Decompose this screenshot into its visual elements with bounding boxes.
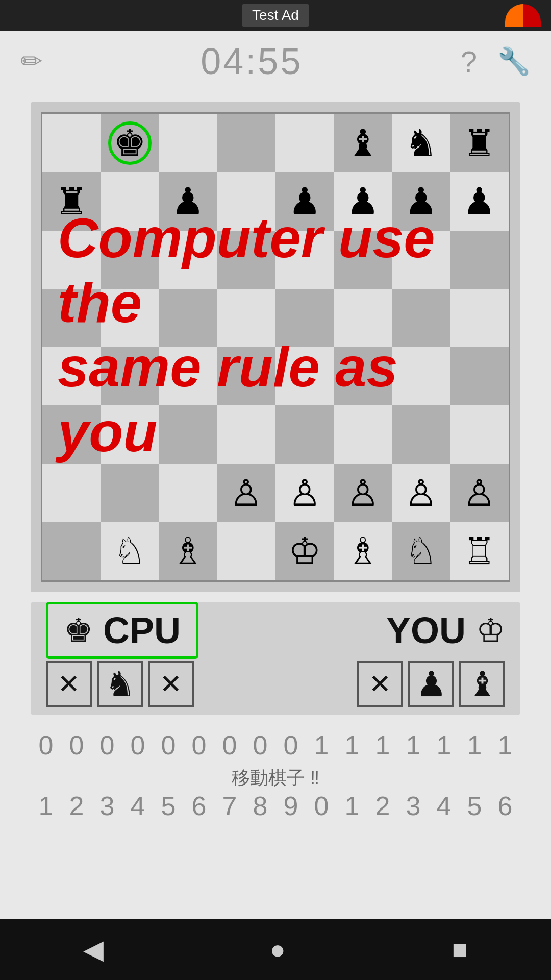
cell-3-3[interactable]: [217, 289, 276, 347]
cell-7-1[interactable]: ♘: [101, 522, 159, 580]
home-button[interactable]: ●: [270, 934, 286, 965]
cell-5-2[interactable]: [159, 405, 217, 463]
scale-top-12: 1: [398, 730, 429, 761]
help-icon[interactable]: ?: [461, 44, 477, 79]
cell-5-6[interactable]: [392, 405, 450, 463]
piece-7-2: ♗: [171, 530, 205, 573]
cell-1-4[interactable]: ♟: [276, 172, 334, 230]
scale-top-11: 1: [367, 730, 398, 761]
chess-board[interactable]: Computer use the same rule as you ♚♝♞♜♜♟…: [41, 112, 510, 582]
wrench-icon[interactable]: 🔧: [497, 46, 531, 77]
cell-3-0[interactable]: [42, 289, 101, 347]
piece-1-4: ♟: [288, 180, 321, 223]
cell-1-7[interactable]: ♟: [450, 172, 509, 230]
cell-6-5[interactable]: ♙: [334, 464, 392, 522]
cell-5-5[interactable]: [334, 405, 392, 463]
you-captured: ✕ ♟ ♝: [357, 661, 505, 707]
cell-2-2[interactable]: [159, 231, 217, 289]
cpu-cap-2: ♞: [97, 661, 143, 707]
cell-7-5[interactable]: ♗: [334, 522, 392, 580]
cell-6-7[interactable]: ♙: [450, 464, 509, 522]
cell-1-0[interactable]: ♜: [42, 172, 101, 230]
piece-7-7: ♖: [463, 530, 496, 573]
cell-2-5[interactable]: [334, 231, 392, 289]
cell-0-0[interactable]: [42, 114, 101, 172]
cell-7-4[interactable]: ♔: [276, 522, 334, 580]
cell-3-7[interactable]: [450, 289, 509, 347]
cell-4-2[interactable]: [159, 347, 217, 405]
scale-top-3: 0: [122, 730, 153, 761]
cell-6-4[interactable]: ♙: [276, 464, 334, 522]
cell-0-4[interactable]: [276, 114, 334, 172]
cell-6-1[interactable]: [101, 464, 159, 522]
cell-6-2[interactable]: [159, 464, 217, 522]
cell-1-3[interactable]: [217, 172, 276, 230]
you-label: YOU: [386, 609, 466, 651]
cell-3-6[interactable]: [392, 289, 450, 347]
cell-1-2[interactable]: ♟: [159, 172, 217, 230]
cell-7-3[interactable]: [217, 522, 276, 580]
cell-4-6[interactable]: [392, 347, 450, 405]
cell-2-3[interactable]: [217, 231, 276, 289]
piece-0-7: ♜: [463, 121, 496, 164]
cell-3-4[interactable]: [276, 289, 334, 347]
move-label: 移動棋子 ‼: [232, 766, 319, 791]
cell-4-0[interactable]: [42, 347, 101, 405]
scale-bottom-14: 5: [459, 791, 490, 821]
piece-6-3: ♙: [230, 472, 263, 514]
scale-top-1: 0: [61, 730, 92, 761]
scale-bottom-7: 8: [245, 791, 276, 821]
nav-bar: ◀ ● ■: [0, 919, 551, 980]
cell-1-1[interactable]: [101, 172, 159, 230]
cell-2-4[interactable]: [276, 231, 334, 289]
cell-6-6[interactable]: ♙: [392, 464, 450, 522]
timer: 04:55: [201, 40, 303, 82]
cell-2-1[interactable]: [101, 231, 159, 289]
scale-bottom-4: 5: [153, 791, 184, 821]
cell-3-1[interactable]: [101, 289, 159, 347]
cell-2-6[interactable]: [392, 231, 450, 289]
cell-2-7[interactable]: [450, 231, 509, 289]
cell-5-7[interactable]: [450, 405, 509, 463]
cell-6-3[interactable]: ♙: [217, 464, 276, 522]
cell-2-0[interactable]: [42, 231, 101, 289]
cell-7-0[interactable]: [42, 522, 101, 580]
you-cap-3: ♝: [459, 661, 505, 707]
cell-1-5[interactable]: ♟: [334, 172, 392, 230]
cell-7-7[interactable]: ♖: [450, 522, 509, 580]
cell-0-6[interactable]: ♞: [392, 114, 450, 172]
cell-4-1[interactable]: [101, 347, 159, 405]
cell-0-1[interactable]: ♚: [101, 114, 159, 172]
ad-label[interactable]: Test Ad: [242, 4, 309, 27]
score-panel: ♚ CPU YOU ♔ ✕ ♞ ✕ ✕ ♟ ♝: [31, 602, 520, 715]
cell-4-3[interactable]: [217, 347, 276, 405]
scale-top-4: 0: [153, 730, 184, 761]
cell-5-3[interactable]: [217, 405, 276, 463]
scale-top-6: 0: [214, 730, 245, 761]
cell-6-0[interactable]: [42, 464, 101, 522]
cell-4-7[interactable]: [450, 347, 509, 405]
cell-1-6[interactable]: ♟: [392, 172, 450, 230]
cell-4-5[interactable]: [334, 347, 392, 405]
cell-0-7[interactable]: ♜: [450, 114, 509, 172]
back-button[interactable]: ◀: [83, 934, 104, 965]
cell-3-5[interactable]: [334, 289, 392, 347]
scale-top-row: 0000000001111111: [31, 730, 520, 761]
piece-1-5: ♟: [346, 180, 380, 223]
cell-0-5[interactable]: ♝: [334, 114, 392, 172]
edit-icon[interactable]: ✏: [20, 46, 43, 77]
cell-0-3[interactable]: [217, 114, 276, 172]
piece-1-7: ♟: [463, 180, 496, 223]
cell-7-2[interactable]: ♗: [159, 522, 217, 580]
chess-board-container: Computer use the same rule as you ♚♝♞♜♜♟…: [31, 102, 520, 592]
square-button[interactable]: ■: [452, 934, 468, 965]
cell-5-4[interactable]: [276, 405, 334, 463]
scale-bottom-15: 6: [490, 791, 520, 821]
cell-7-6[interactable]: ♘: [392, 522, 450, 580]
cpu-cap-3: ✕: [148, 661, 194, 707]
cell-5-0[interactable]: [42, 405, 101, 463]
cell-3-2[interactable]: [159, 289, 217, 347]
cell-4-4[interactable]: [276, 347, 334, 405]
cell-5-1[interactable]: [101, 405, 159, 463]
cell-0-2[interactable]: [159, 114, 217, 172]
